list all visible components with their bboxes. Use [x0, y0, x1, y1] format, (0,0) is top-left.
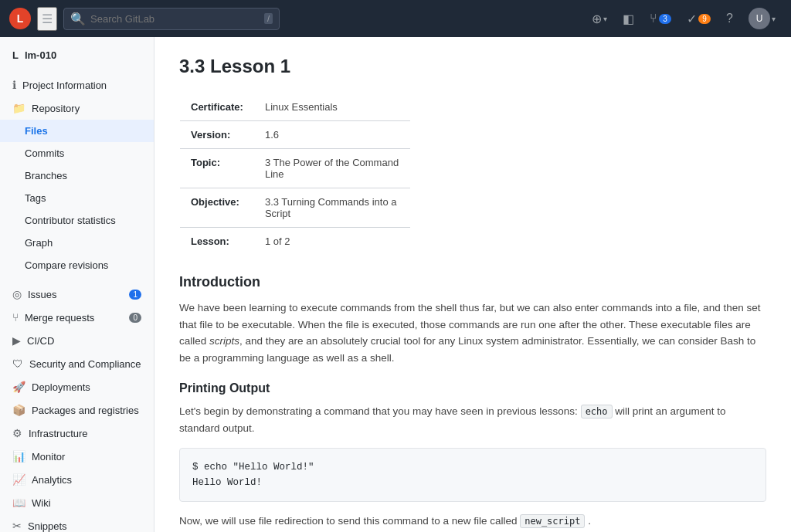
- new-script-inline-code-1: new_script: [520, 514, 585, 528]
- plus-icon: ⊕: [592, 12, 602, 26]
- table-row: Objective: 3.3 Turning Commands into a S…: [180, 188, 411, 228]
- cicd-icon: ▶: [12, 334, 21, 347]
- help-button[interactable]: ?: [720, 7, 739, 30]
- shield-icon: 🛡: [12, 357, 23, 370]
- italic-scripts: scripts: [209, 335, 239, 347]
- merge-icon: ⑂: [650, 12, 657, 25]
- merge-requests-button[interactable]: ⑂ 3: [643, 7, 677, 30]
- printing-text: Let's begin by demonstrating a command t…: [179, 403, 766, 436]
- gitlab-logo[interactable]: L: [9, 8, 31, 29]
- chevron-down-icon: ▾: [772, 15, 776, 23]
- sidebar-item-wiki[interactable]: 📖 Wiki: [0, 491, 154, 514]
- issues-icon: ◧: [623, 12, 634, 26]
- infra-icon: ⚙: [12, 427, 22, 439]
- sidebar: L lm-010 ℹ Project Information 📁 Reposit…: [0, 37, 154, 532]
- table-value: 3 The Power of the Command Line: [254, 149, 411, 188]
- table-label: Version:: [180, 121, 254, 149]
- sidebar-item-commits[interactable]: Commits: [0, 142, 154, 164]
- sidebar-item-security[interactable]: 🛡 Security and Compliance: [0, 352, 154, 375]
- info-icon: ℹ: [12, 79, 16, 91]
- sidebar-item-issues[interactable]: ◎ Issues 1: [0, 283, 154, 306]
- search-bar[interactable]: 🔍 /: [63, 8, 280, 30]
- table-label: Topic:: [180, 149, 254, 188]
- table-value: 1 of 2: [254, 228, 411, 256]
- sidebar-item-analytics[interactable]: 📈 Analytics: [0, 468, 154, 491]
- main-content: 3.3 Lesson 1 Certificate: Linux Essentia…: [154, 37, 791, 532]
- app-body: L lm-010 ℹ Project Information 📁 Reposit…: [0, 37, 791, 532]
- hamburger-menu[interactable]: ☰: [37, 7, 57, 31]
- mr-badge: 0: [129, 313, 141, 323]
- table-row: Certificate: Linux Essentials: [180, 93, 411, 121]
- chevron-icon: ▾: [603, 15, 607, 23]
- sidebar-item-repository[interactable]: 📁 Repository: [0, 97, 154, 120]
- sidebar-item-project-label[interactable]: L lm-010: [0, 40, 154, 64]
- search-icon: 🔍: [70, 12, 86, 26]
- table-value: Linux Essentials: [254, 93, 411, 121]
- echo-inline-code: echo: [581, 405, 613, 418]
- wiki-icon: 📖: [12, 496, 25, 509]
- sidebar-item-branches[interactable]: Branches: [0, 164, 154, 187]
- intro-text: We have been learning to execute command…: [179, 300, 766, 366]
- merge-badge: 3: [659, 14, 671, 24]
- sidebar-item-compare-revisions[interactable]: Compare revisions: [0, 254, 154, 276]
- user-menu[interactable]: U ▾: [742, 3, 782, 34]
- sidebar-item-graph[interactable]: Graph: [0, 232, 154, 254]
- sidebar-item-project-information[interactable]: ℹ Project Information: [0, 73, 154, 97]
- sidebar-item-infrastructure[interactable]: ⚙ Infrastructure: [0, 422, 154, 445]
- issues-badge: 1: [129, 290, 141, 300]
- sidebar-item-packages[interactable]: 📦 Packages and registries: [0, 398, 154, 422]
- sidebar-project-section: L lm-010: [0, 37, 154, 67]
- project-icon: L: [12, 49, 19, 61]
- printing-heading: Printing Output: [179, 381, 766, 395]
- table-row: Topic: 3 The Power of the Command Line: [180, 149, 411, 188]
- sidebar-item-deployments[interactable]: 🚀 Deployments: [0, 375, 154, 398]
- sidebar-item-cicd[interactable]: ▶ CI/CD: [0, 329, 154, 352]
- sidebar-item-monitor[interactable]: 📊 Monitor: [0, 445, 154, 468]
- redirect-text: Now, we will use file redirection to sen…: [179, 513, 766, 530]
- table-value: 1.6: [254, 121, 411, 149]
- issues-icon: ◎: [12, 288, 22, 300]
- monitor-icon: 📊: [12, 450, 25, 463]
- analytics-icon: 📈: [12, 473, 25, 486]
- topnav-right: ⊕ ▾ ◧ ⑂ 3 ✓ 9 ? U ▾: [586, 3, 782, 34]
- table-value: 3.3 Turning Commands into a Script: [254, 188, 411, 228]
- todos-badge: 9: [698, 14, 711, 24]
- sidebar-item-contributor-statistics[interactable]: Contributor statistics: [0, 209, 154, 232]
- code-line: Hello World!: [192, 475, 753, 490]
- sidebar-item-tags[interactable]: Tags: [0, 187, 154, 209]
- todos-button[interactable]: ✓ 9: [681, 7, 717, 31]
- issues-button[interactable]: ◧: [616, 7, 640, 31]
- mr-icon: ⑂: [12, 311, 19, 324]
- table-row: Version: 1.6: [180, 121, 411, 149]
- sidebar-item-files[interactable]: Files: [0, 120, 154, 142]
- folder-icon: 📁: [12, 102, 25, 114]
- sidebar-item-merge-requests[interactable]: ⑂ Merge requests 0: [0, 306, 154, 329]
- search-slash: /: [264, 13, 273, 24]
- sidebar-item-snippets[interactable]: ✂ Snippets: [0, 514, 154, 532]
- help-icon: ?: [726, 12, 733, 25]
- topnav: L ☰ 🔍 / ⊕ ▾ ◧ ⑂ 3 ✓ 9 ? U ▾: [0, 0, 791, 37]
- page-title: 3.3 Lesson 1: [179, 56, 766, 77]
- table-label: Certificate:: [180, 93, 254, 121]
- search-input[interactable]: [90, 13, 260, 25]
- table-label: Lesson:: [180, 228, 254, 256]
- lesson-info-table: Certificate: Linux Essentials Version: 1…: [179, 93, 411, 256]
- table-label: Objective:: [180, 188, 254, 228]
- create-button[interactable]: ⊕ ▾: [586, 7, 613, 31]
- code-line: $ echo "Hello World!": [192, 459, 753, 475]
- check-icon: ✓: [687, 12, 697, 26]
- package-icon: 📦: [12, 404, 25, 416]
- snippets-icon: ✂: [12, 520, 22, 532]
- code-block-1: $ echo "Hello World!" Hello World!: [179, 448, 766, 502]
- user-avatar: U: [749, 8, 770, 29]
- deploy-icon: 🚀: [12, 381, 25, 393]
- intro-heading: Introduction: [179, 274, 766, 290]
- table-row: Lesson: 1 of 2: [180, 228, 411, 256]
